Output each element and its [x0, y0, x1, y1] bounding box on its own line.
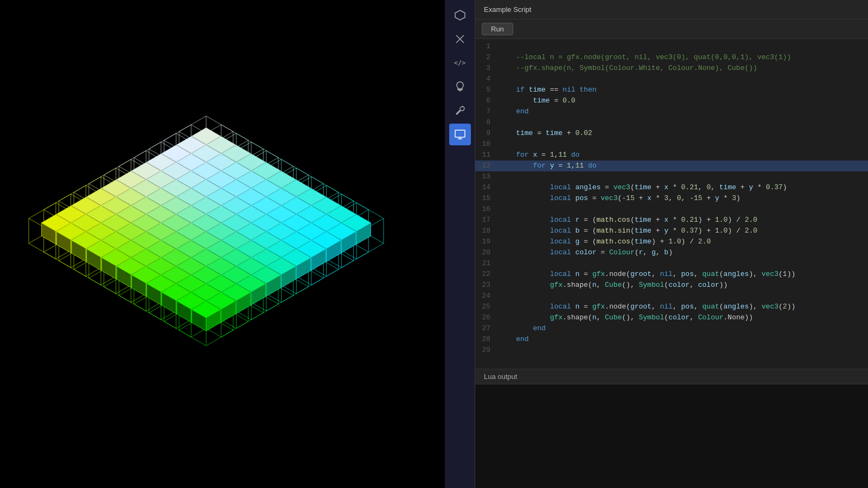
line-content: [497, 204, 868, 215]
line-number: 23: [475, 280, 497, 291]
line-number: 25: [475, 301, 497, 312]
line-content: gfx.shape(n, Cube(), Symbol(color, Colou…: [497, 312, 868, 323]
right-panel: Example Script Run 1 2 --local n = gfx.n…: [475, 0, 868, 488]
sidebar: </>: [445, 0, 475, 488]
sidebar-item-monitor[interactable]: [449, 124, 471, 145]
line-number: 21: [475, 258, 497, 269]
line-number: 4: [475, 74, 497, 85]
code-line: 19 local g = (math.cos(time) + 1.0) / 2.…: [475, 236, 868, 247]
line-content: local b = (math.sin(time + y * 0.37) + 1…: [497, 226, 868, 236]
code-editor[interactable]: 1 2 --local n = gfx.node(groot, nil, vec…: [475, 39, 868, 369]
sidebar-item-shape[interactable]: [449, 4, 471, 26]
code-line: 23 gfx.shape(n, Cube(), Symbol(color, co…: [475, 280, 868, 291]
output-area: Lua output: [475, 369, 868, 488]
svg-marker-0: [455, 10, 465, 20]
run-button[interactable]: Run: [482, 23, 513, 35]
line-content: local pos = vec3(-15 + x * 3, 0, -15 + y…: [497, 193, 868, 204]
line-number: 13: [475, 171, 497, 182]
line-number: 22: [475, 269, 497, 280]
code-line: 16: [475, 204, 868, 215]
code-line: 29: [475, 345, 868, 356]
line-number: 17: [475, 215, 497, 226]
output-header: Lua output: [475, 369, 868, 384]
line-number: 15: [475, 193, 497, 204]
code-line: 15 local pos = vec3(-15 + x * 3, 0, -15 …: [475, 193, 868, 204]
code-line: 11 for x = 1,11 do: [475, 150, 868, 160]
line-content: [497, 74, 868, 85]
sidebar-item-close[interactable]: [449, 28, 471, 50]
line-content: [497, 41, 868, 52]
code-line: 25 local n = gfx.node(groot, nil, pos, q…: [475, 301, 868, 312]
code-line: 17 local r = (math.cos(time + x * 0.21) …: [475, 215, 868, 226]
line-number: 3: [475, 63, 497, 74]
line-number: 28: [475, 334, 497, 345]
svg-rect-6: [455, 130, 465, 137]
line-number: 6: [475, 95, 497, 106]
line-number: 29: [475, 345, 497, 356]
line-content: local r = (math.cos(time + x * 0.21) + 1…: [497, 215, 868, 226]
line-number: 20: [475, 247, 497, 258]
line-content: time = time + 0.02: [497, 128, 868, 139]
code-line: 7 end: [475, 106, 868, 117]
code-line: 18 local b = (math.sin(time + y * 0.37) …: [475, 226, 868, 236]
code-line: 4: [475, 74, 868, 85]
scene-canvas: [0, 0, 445, 488]
line-number: 8: [475, 117, 497, 128]
line-number: 24: [475, 291, 497, 301]
line-content: if time == nil then: [497, 85, 868, 95]
line-content: [497, 291, 868, 301]
line-number: 16: [475, 204, 497, 215]
code-line: 21: [475, 258, 868, 269]
line-content: [497, 171, 868, 182]
code-line: 20 local color = Colour(r, g, b): [475, 247, 868, 258]
line-number: 2: [475, 52, 497, 63]
code-line: 14 local angles = vec3(time + x * 0.21, …: [475, 182, 868, 193]
code-line: 8: [475, 117, 868, 128]
line-content: local n = gfx.node(groot, nil, pos, quat…: [497, 301, 868, 312]
code-line: 24: [475, 291, 868, 301]
code-line: 9 time = time + 0.02: [475, 128, 868, 139]
line-number: 11: [475, 150, 497, 160]
line-number: 7: [475, 106, 497, 117]
line-number: 1: [475, 41, 497, 52]
line-number: 19: [475, 236, 497, 247]
line-content: end: [497, 323, 868, 334]
3d-viewport: [0, 0, 445, 488]
line-content: local angles = vec3(time + x * 0.21, 0, …: [497, 182, 868, 193]
line-content: --gfx.shape(n, Symbol(Colour.White, Colo…: [497, 63, 868, 74]
sidebar-item-wrench[interactable]: [449, 100, 471, 121]
code-line: 22 local n = gfx.node(groot, nil, pos, q…: [475, 269, 868, 280]
line-content: local n = gfx.node(groot, nil, pos, quat…: [497, 269, 868, 280]
line-number: 5: [475, 85, 497, 95]
code-line: 3 --gfx.shape(n, Symbol(Colour.White, Co…: [475, 63, 868, 74]
code-line: 6 time = 0.0: [475, 95, 868, 106]
line-number: 14: [475, 182, 497, 193]
line-content: [497, 139, 868, 150]
line-number: 9: [475, 128, 497, 139]
line-content: local color = Colour(r, g, b): [497, 247, 868, 258]
line-content: end: [497, 334, 868, 345]
line-content: for y = 1,11 do: [497, 160, 868, 171]
code-line: 5 if time == nil then: [475, 85, 868, 95]
line-number: 27: [475, 323, 497, 334]
code-line: 2 --local n = gfx.node(groot, nil, vec3(…: [475, 52, 868, 63]
line-number: 18: [475, 226, 497, 236]
line-content: for x = 1,11 do: [497, 150, 868, 160]
code-line: 10: [475, 139, 868, 150]
line-content: end: [497, 106, 868, 117]
sidebar-item-bulb[interactable]: [449, 76, 471, 98]
line-content: [497, 345, 868, 356]
code-line: 26 gfx.shape(n, Cube(), Symbol(color, Co…: [475, 312, 868, 323]
line-content: local g = (math.cos(time) + 1.0) / 2.0: [497, 236, 868, 247]
code-line: 12 for y = 1,11 do: [475, 160, 868, 171]
line-content: gfx.shape(n, Cube(), Symbol(color, color…: [497, 280, 868, 291]
line-number: 10: [475, 139, 497, 150]
line-number: 12: [475, 160, 497, 171]
panel-title: Example Script: [484, 5, 531, 14]
line-content: [497, 117, 868, 128]
line-number: 26: [475, 312, 497, 323]
line-content: --local n = gfx.node(groot, nil, vec3(0)…: [497, 52, 868, 63]
sidebar-item-code[interactable]: </>: [449, 52, 471, 74]
line-content: time = 0.0: [497, 95, 868, 106]
panel-header: Example Script: [475, 0, 868, 20]
